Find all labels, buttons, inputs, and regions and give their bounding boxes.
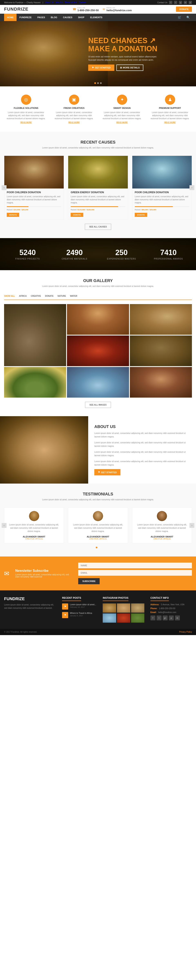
testimonial-dot-2[interactable] xyxy=(99,547,100,548)
gallery-subtitle: Lorem ipsum dolor sit amet, consectetur … xyxy=(4,285,192,288)
footer-post-2-date: January 9, 2017 xyxy=(70,615,92,617)
testimonial-role-3: Creative Artisan xyxy=(135,538,188,540)
stat-label-finished: FINISHED PROJECTS xyxy=(4,258,51,260)
nav-item-pages[interactable]: PAGES xyxy=(35,14,48,21)
footer-social-google[interactable]: g+ xyxy=(163,616,167,620)
gallery-filter-africa[interactable]: AFRICA xyxy=(19,294,27,298)
footer-insta-5[interactable] xyxy=(117,613,130,623)
footer-social-pinterest[interactable]: p xyxy=(169,616,174,620)
hero-more-details-button[interactable]: ⊞ MORE DETAILS xyxy=(116,65,143,71)
nav-right-actions: 🛒 🔍 xyxy=(176,14,192,21)
newsletter-name-input[interactable] xyxy=(78,563,192,568)
about-image xyxy=(0,416,88,484)
footer-insta-2[interactable] xyxy=(117,603,130,612)
site-footer: FUNDRIZE Lorem ipsum dolor sit amet, con… xyxy=(0,590,196,629)
footer-post-1-title[interactable]: Lorem ipsum dolor sit amet... xyxy=(70,603,96,606)
gallery-item-5[interactable] xyxy=(130,336,192,366)
nav-item-blog[interactable]: BLOG xyxy=(48,14,60,21)
newsletter-subscribe-button[interactable]: SUBSCRIBE xyxy=(78,578,100,584)
topbar-link-about[interactable]: About Us xyxy=(45,2,54,4)
newsletter-email-input[interactable] xyxy=(78,570,192,576)
hero-get-started-button[interactable]: ⚑ GET STARTED xyxy=(88,65,114,71)
gallery-item-2[interactable] xyxy=(67,304,129,335)
nav-item-fundreze[interactable]: FUNDREZE xyxy=(16,14,35,21)
footer-post-2: ⚑ Where to Travel in Africa January 9, 2… xyxy=(62,612,97,618)
nav-item-home[interactable]: HOME xyxy=(4,14,16,21)
social-twitter-icon[interactable]: t xyxy=(174,1,177,4)
header-contact-info: ☎ CALL US 1-800-250-250-50 ✉ EMAIL US he… xyxy=(73,7,132,12)
nav-item-shop[interactable]: SHOP xyxy=(75,14,87,21)
gallery-filter-donate[interactable]: DONATE xyxy=(45,294,54,298)
topbar-link-terms[interactable]: Terms of Use xyxy=(65,2,77,4)
testimonial-avatar-3 xyxy=(157,511,167,521)
gallery-filter-water[interactable]: WATER xyxy=(70,294,77,298)
causes-carousel-wrapper: ‹ POOR CHILDREN DONATION Lorem ipsum dol… xyxy=(4,156,192,220)
nav-search-icon[interactable]: 🔍 xyxy=(184,14,192,21)
nav-item-causes[interactable]: CAUSES xyxy=(60,14,75,21)
footer-post-2-title[interactable]: Where to Travel in Africa xyxy=(70,612,92,614)
footer-instagram-column: INSTAGRAM PHOTOS xyxy=(103,597,144,623)
gallery-section: OUR GALLERY Lorem ipsum dolor sit amet, … xyxy=(0,270,196,416)
gallery-item-1[interactable] xyxy=(4,304,66,366)
hero-dot-3[interactable] xyxy=(100,82,102,84)
see-all-causes-button[interactable]: SEE ALL CAUSES xyxy=(85,224,111,230)
social-google-icon[interactable]: g xyxy=(179,1,182,4)
social-pinterest-icon[interactable]: p xyxy=(189,1,192,4)
see-all-gallery-button[interactable]: SEE ALL IMAGES xyxy=(85,402,111,408)
phone-label: CALL US xyxy=(77,7,99,9)
gallery-item-8[interactable] xyxy=(130,367,192,398)
premium-read-more[interactable]: READ MORE xyxy=(164,121,175,124)
social-facebook-icon[interactable]: f xyxy=(169,1,172,4)
gallery-item-4[interactable] xyxy=(67,336,129,366)
footer-logo[interactable]: FUNDRIZE xyxy=(4,597,56,601)
smart-read-more[interactable]: READ MORE xyxy=(116,121,127,124)
gallery-image-tree xyxy=(4,367,66,398)
hero-dot-2[interactable] xyxy=(97,82,99,84)
gallery-item-6[interactable] xyxy=(4,367,66,398)
footer-insta-6[interactable] xyxy=(131,613,144,623)
header-donate-button[interactable]: DONATE xyxy=(176,6,192,12)
flexible-read-more[interactable]: READ MORE xyxy=(21,121,32,124)
cause-2-donate-button[interactable]: DONATE xyxy=(71,213,83,217)
hero-dot-1[interactable] xyxy=(94,82,96,84)
gallery-item-7[interactable] xyxy=(67,367,129,398)
footer-social-instagram[interactable]: in xyxy=(175,616,180,620)
fresh-read-more[interactable]: READ MORE xyxy=(69,121,80,124)
gallery-filter-nature[interactable]: NATURE xyxy=(57,294,66,298)
topbar-link-whyus[interactable]: Why Us xyxy=(56,2,63,4)
testimonials-next-button[interactable]: › xyxy=(190,523,194,528)
nav-cart-icon[interactable]: 🛒 xyxy=(176,14,183,21)
site-logo[interactable]: FUNDRIZE xyxy=(4,6,29,12)
footer-address-label: Address: xyxy=(150,603,159,606)
footer-social-twitter[interactable]: t xyxy=(156,616,161,620)
cause-3-donate-button[interactable]: DONATE xyxy=(135,213,147,217)
social-linkedin-icon[interactable]: in xyxy=(184,1,187,4)
gallery-item-3[interactable] xyxy=(130,304,192,335)
footer-insta-4[interactable] xyxy=(103,613,116,623)
causes-grid: POOR CHILDREN DONATION Lorem ipsum dolor… xyxy=(4,156,192,220)
gallery-filter-creative[interactable]: CREATIVE xyxy=(31,294,41,298)
topbar-link-careers[interactable]: Careers xyxy=(79,2,86,4)
causes-next-button[interactable]: › xyxy=(190,185,194,190)
cause-2-progress-bar-fill xyxy=(71,206,118,207)
testimonial-text-2: Lorem ipsum dolor sit amet, consectetur … xyxy=(72,523,124,533)
testimonials-prev-button[interactable]: ‹ xyxy=(2,523,6,528)
cause-1-amounts: Raised: $10,000 / $25,000 xyxy=(7,209,61,211)
footer-social-facebook[interactable]: f xyxy=(150,616,155,620)
footer-insta-3[interactable] xyxy=(131,603,144,612)
premium-icon: ♟ xyxy=(165,95,175,105)
causes-prev-button[interactable]: ‹ xyxy=(2,185,6,190)
gallery-filter-all[interactable]: SHOW ALL xyxy=(4,294,15,300)
recent-causes-subtitle: Lorem ipsum dolor sit amet, consectetur … xyxy=(4,146,192,150)
footer-insta-1[interactable] xyxy=(103,603,116,612)
about-children-bg xyxy=(0,416,88,484)
nav-item-elements[interactable]: ELEMENTS xyxy=(87,14,105,21)
footer-logo-sub: IZE xyxy=(18,597,25,601)
footer-privacy-link[interactable]: Privacy Policy xyxy=(179,631,192,633)
footer-post-1: ⚑ Lorem ipsum dolor sit amet... February… xyxy=(62,603,97,609)
cause-1-donate-button[interactable]: DONATE xyxy=(7,213,19,217)
footer-posts-column: RECENT POSTS ⚑ Lorem ipsum dolor sit ame… xyxy=(62,597,97,623)
stats-section: 5240 FINISHED PROJECTS 2490 CREATIVE MAT… xyxy=(0,238,196,270)
testimonial-dot-1[interactable] xyxy=(96,547,97,548)
about-get-started-button[interactable]: ⚑ GET STARTED xyxy=(94,469,121,476)
